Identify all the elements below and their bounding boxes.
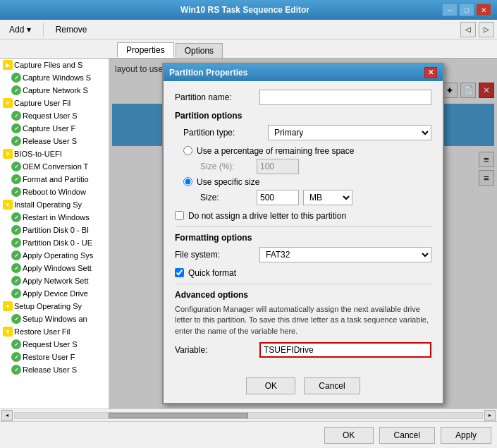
app-title: Win10 RS Task Sequence Editor <box>48 5 442 15</box>
size-unit-select[interactable]: MB GB <box>303 190 352 205</box>
add-menu[interactable]: Add ▾ <box>3 23 37 37</box>
tree-item-label: Partition Disk 0 - UE <box>23 238 92 247</box>
tree-item-label: Release User S <box>23 365 77 374</box>
formatting-options-label: Formatting options <box>175 233 431 243</box>
modal-ok-button[interactable]: OK <box>246 377 295 394</box>
tree-item-label: Reboot to Window <box>23 188 86 196</box>
size-input[interactable] <box>257 190 299 205</box>
toolbar-btn-1[interactable]: ◁ <box>460 22 476 37</box>
tree-item-label: Apply Operating Sys <box>23 251 93 260</box>
size-percent-input <box>257 159 299 174</box>
scroll-track[interactable] <box>14 412 483 419</box>
remove-menu[interactable]: Remove <box>49 23 94 37</box>
tree-item-capture-network[interactable]: ✓ Capture Network S <box>0 84 109 97</box>
tree-item-setup-windows[interactable]: ✓ Setup Windows an <box>0 313 109 325</box>
partition-name-input[interactable] <box>259 90 431 105</box>
tree-item-apply-windows[interactable]: ✓ Apply Windows Sett <box>0 262 109 274</box>
tree-item-restore-user[interactable]: ▼ Restore User Fil <box>0 325 109 338</box>
modal-buttons: OK Cancel <box>164 372 443 403</box>
use-specific-size-label: Use specific size <box>197 177 259 187</box>
tree-item-apply-network[interactable]: ✓ Apply Network Sett <box>0 274 109 287</box>
tree-item-setup-os[interactable]: ▼ Setup Operating Sy <box>0 300 109 313</box>
close-button[interactable]: ✕ <box>476 4 491 16</box>
tree-item-restart-windows[interactable]: ✓ Restart in Windows <box>0 211 109 224</box>
tree-item-label: Release User S <box>23 137 77 145</box>
folder-icon: ▼ <box>3 149 13 159</box>
partition-name-row: Partition name: <box>175 90 431 105</box>
use-specific-size-radio[interactable] <box>183 177 192 186</box>
scroll-thumb <box>109 413 249 418</box>
folder-icon: ▶ <box>3 60 13 70</box>
tree-item-label: Capture Windows S <box>23 73 91 82</box>
toolbar-btn-2[interactable]: ▷ <box>479 22 494 37</box>
quick-format-checkbox[interactable] <box>175 268 184 277</box>
do-not-assign-row: Do not assign a drive letter to this par… <box>175 211 431 221</box>
modal-cancel-button[interactable]: Cancel <box>304 377 360 394</box>
tree-item-apply-device[interactable]: ✓ Apply Device Drive <box>0 287 109 300</box>
advanced-options-label: Advanced options <box>175 290 431 300</box>
scroll-right-btn[interactable]: ▸ <box>484 410 496 421</box>
tree-item-capture-windows[interactable]: ✓ Capture Windows S <box>0 71 109 84</box>
tree-item-request-user-1[interactable]: ✓ Request User S <box>0 109 109 122</box>
tree-item-label: Partition Disk 0 - BI <box>23 226 89 234</box>
tree-item-request-user-2[interactable]: ✓ Request User S <box>0 338 109 351</box>
tree-item-capture-user-f[interactable]: ✓ Capture User F <box>0 122 109 135</box>
check-icon: ✓ <box>11 123 21 133</box>
check-icon: ✓ <box>11 73 21 83</box>
quick-format-row: Quick format <box>175 268 431 278</box>
tree-item-capture-files[interactable]: ▶ Capture Files and S <box>0 59 109 71</box>
tab-bar: Properties Options <box>0 40 497 58</box>
check-icon: ✓ <box>11 136 21 146</box>
tree-item-label: Install Operating Sy <box>14 200 82 209</box>
partition-name-label: Partition name: <box>175 92 259 102</box>
file-system-select[interactable]: FAT32 NTFS exFAT <box>259 247 431 262</box>
partition-options-section: Partition type: Primary Extended Logical… <box>175 125 431 205</box>
window-controls: ─ □ ✕ <box>442 4 491 16</box>
tree-item-capture-user[interactable]: ▼ Capture User Fil <box>0 97 109 109</box>
tree-item-release-user-1[interactable]: ✓ Release User S <box>0 135 109 147</box>
variable-input[interactable] <box>259 342 431 358</box>
maximize-button[interactable]: □ <box>459 4 474 16</box>
main-window: Add ▾ Remove ◁ ▷ Properties Options ▶ Ca… <box>0 20 497 448</box>
tree-item-partition-disk-bl[interactable]: ✓ Partition Disk 0 - BI <box>0 224 109 236</box>
use-percentage-radio[interactable] <box>183 146 192 155</box>
tree-item-reboot-windows[interactable]: ✓ Reboot to Window <box>0 186 109 198</box>
tree-item-restore-user-f[interactable]: ✓ Restore User F <box>0 351 109 363</box>
tree-item-format-partition[interactable]: ✓ Format and Partitio <box>0 173 109 186</box>
check-icon: ✓ <box>11 276 21 286</box>
content-area: ▶ Capture Files and S ✓ Capture Windows … <box>0 58 497 408</box>
check-icon: ✓ <box>11 85 21 95</box>
scroll-left-btn[interactable]: ◂ <box>1 410 13 421</box>
check-icon: ✓ <box>11 212 21 222</box>
variable-label: Variable: <box>175 345 259 355</box>
right-panel: layout to use in the ✦ 📄 ✕ ≡ ≡ Partition… <box>109 59 497 408</box>
size-row: Size: MB GB <box>183 190 431 205</box>
check-icon: ✓ <box>11 365 21 375</box>
tree-item-release-user-2[interactable]: ✓ Release User S <box>0 363 109 376</box>
tree-item-install-os[interactable]: ▼ Install Operating Sy <box>0 198 109 211</box>
tree-item-label: Apply Network Sett <box>23 277 89 285</box>
modal-close-button[interactable]: ✕ <box>424 67 437 78</box>
tree-item-apply-os[interactable]: ✓ Apply Operating Sys <box>0 249 109 262</box>
tree-item-label: Setup Windows an <box>23 315 87 323</box>
title-bar: Win10 RS Task Sequence Editor ─ □ ✕ <box>0 0 497 20</box>
cancel-button[interactable]: Cancel <box>379 427 435 444</box>
tree-item-partition-disk-ue[interactable]: ✓ Partition Disk 0 - UE <box>0 236 109 249</box>
ok-button[interactable]: OK <box>324 427 374 444</box>
check-icon: ✓ <box>11 263 21 273</box>
modal-body: Partition name: Partition options Partit… <box>164 81 443 372</box>
check-icon: ✓ <box>11 238 21 248</box>
tab-options[interactable]: Options <box>176 43 223 58</box>
tree-item-label: Capture User Fil <box>14 99 70 107</box>
partition-type-select[interactable]: Primary Extended Logical <box>268 125 431 140</box>
do-not-assign-checkbox[interactable] <box>175 211 184 220</box>
apply-button[interactable]: Apply <box>441 427 491 444</box>
minimize-button[interactable]: ─ <box>442 4 458 16</box>
variable-row: Variable: <box>175 342 431 358</box>
tree-item-bios-uefi[interactable]: ▼ BIOS-to-UEFI <box>0 147 109 160</box>
check-icon: ✓ <box>11 250 21 260</box>
tree-item-label: Request User S <box>23 340 78 349</box>
tree-item-oem-conversion[interactable]: ✓ OEM Conversion T <box>0 160 109 173</box>
check-icon: ✓ <box>11 187 21 197</box>
tab-properties[interactable]: Properties <box>117 42 174 58</box>
